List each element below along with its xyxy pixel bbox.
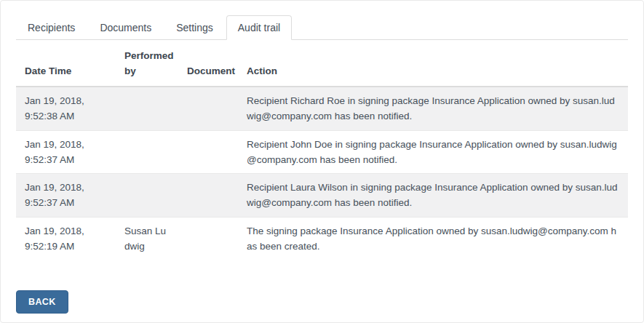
table-row: Jan 19, 2018, 9:52:37 AM Recipient John … [16,130,628,174]
column-header-document: Document [178,41,238,87]
cell-action: Recipient John Doe in signing package In… [238,130,628,174]
actions-bar: BACK [16,290,628,314]
cell-action: Recipient Richard Roe in signing package… [238,87,628,130]
tab-documents[interactable]: Documents [88,15,163,40]
cell-performed-by [116,130,178,174]
cell-performed-by [116,174,178,218]
column-header-date-time: Date Time [16,41,116,87]
cell-performed-by: Susan Ludwig [116,217,178,260]
back-button[interactable]: BACK [16,290,68,314]
tab-audit-trail[interactable]: Audit trail [226,15,292,40]
audit-trail-table: Date Time Performed by Document Action J… [16,41,628,260]
cell-document [178,174,238,218]
tab-settings[interactable]: Settings [164,15,225,40]
cell-performed-by [116,87,178,130]
cell-date-time: Jan 19, 2018, 9:52:37 AM [16,174,116,218]
table-header-row: Date Time Performed by Document Action [16,41,628,87]
cell-document [178,130,238,174]
column-header-action: Action [238,41,628,87]
tab-bar: Recipients Documents Settings Audit trai… [16,15,628,40]
table-row: Jan 19, 2018, 9:52:38 AM Recipient Richa… [16,87,628,130]
cell-document [178,87,238,130]
table-row: Jan 19, 2018, 9:52:19 AM Susan Ludwig Th… [16,217,628,260]
cell-document [178,217,238,260]
column-header-performed-by: Performed by [116,41,178,87]
cell-date-time: Jan 19, 2018, 9:52:38 AM [16,87,116,130]
cell-date-time: Jan 19, 2018, 9:52:37 AM [16,130,116,174]
cell-date-time: Jan 19, 2018, 9:52:19 AM [16,217,116,260]
tab-recipients[interactable]: Recipients [16,15,87,40]
audit-trail-panel: Recipients Documents Settings Audit trai… [0,0,644,323]
table-row: Jan 19, 2018, 9:52:37 AM Recipient Laura… [16,174,628,218]
cell-action: Recipient Laura Wilson in signing packag… [238,174,628,218]
cell-action: The signing package Insurance Applicatio… [238,217,628,260]
